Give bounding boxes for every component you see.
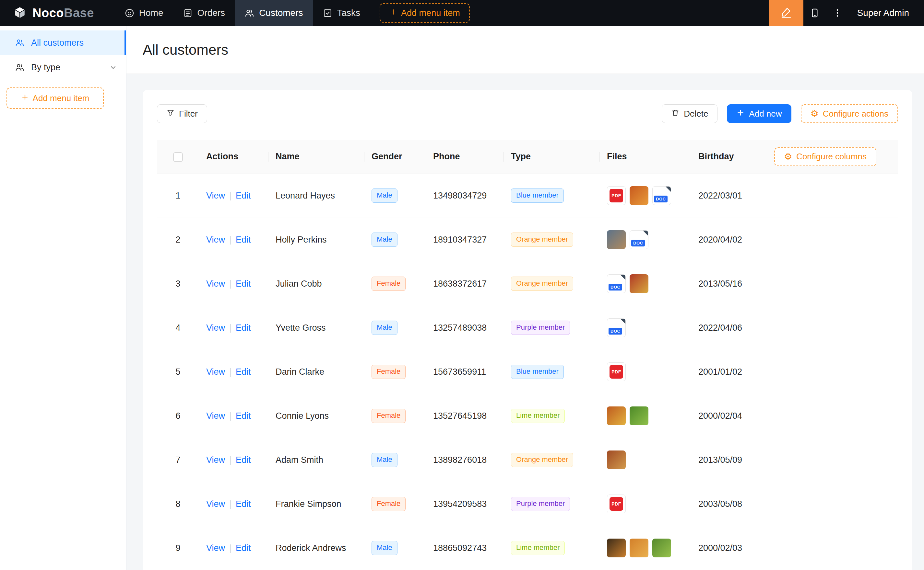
view-link[interactable]: View	[206, 279, 225, 288]
cell-name: Leonard Hayes	[268, 173, 364, 218]
image-thumbnail[interactable]	[607, 406, 626, 425]
cell-files	[600, 526, 691, 570]
gender-tag: Male	[372, 188, 397, 203]
cell-gender: Male	[364, 306, 426, 350]
column-header-type[interactable]: Type	[504, 140, 600, 173]
view-link[interactable]: View	[206, 323, 225, 332]
column-header-gender[interactable]: Gender	[364, 140, 426, 173]
configure-actions-button[interactable]: ⚙ Configure actions	[801, 104, 898, 123]
table-toolbar: Filter Delete	[157, 104, 898, 123]
image-thumbnail[interactable]	[607, 539, 626, 557]
image-thumbnail[interactable]	[630, 186, 649, 205]
column-header-actions[interactable]: Actions	[199, 140, 268, 173]
image-thumbnail[interactable]	[607, 230, 626, 249]
nav-item-home[interactable]: Home	[115, 0, 173, 26]
cell-trailing	[767, 218, 898, 262]
team-icon	[15, 38, 25, 48]
column-header-name[interactable]: Name	[268, 140, 364, 173]
column-header-birthday[interactable]: Birthday	[691, 140, 767, 173]
cell-gender: Female	[364, 350, 426, 394]
image-thumbnail[interactable]	[630, 406, 649, 425]
type-tag: Blue member	[511, 188, 564, 203]
configure-columns-button[interactable]: ⚙ Configure columns	[774, 147, 876, 166]
doc-file-icon[interactable]: DOC	[607, 318, 626, 337]
cell-birthday: 2001/01/02	[691, 350, 767, 394]
orders-icon	[183, 8, 193, 18]
filter-button[interactable]: Filter	[157, 104, 207, 123]
column-header-phone[interactable]: Phone	[426, 140, 504, 173]
top-navbar: NocoBase Home Orders	[0, 0, 924, 26]
sidebar: All customers By type Add menu item	[0, 26, 126, 570]
edit-link[interactable]: Edit	[236, 235, 251, 245]
edit-link[interactable]: Edit	[236, 543, 251, 553]
view-link[interactable]: View	[206, 499, 225, 509]
cell-files	[600, 394, 691, 438]
edit-link[interactable]: Edit	[236, 191, 251, 201]
image-thumbnail[interactable]	[607, 450, 626, 469]
nav-item-label: Home	[139, 8, 163, 18]
cell-phone: 18910347327	[426, 218, 504, 262]
table-row: 9 View|Edit Roderick Andrews Male 188650…	[157, 526, 898, 570]
edit-link[interactable]: Edit	[236, 279, 251, 288]
ui-editor-button[interactable]	[769, 0, 803, 26]
cell-type: Orange member	[504, 262, 600, 306]
add-new-button[interactable]: Add new	[727, 104, 791, 123]
view-link[interactable]: View	[206, 543, 225, 553]
cell-phone: 15673659911	[426, 350, 504, 394]
cell-phone: 13954209583	[426, 482, 504, 526]
cell-birthday: 2003/05/08	[691, 482, 767, 526]
cell-phone: 13527645198	[426, 394, 504, 438]
user-menu[interactable]: Super Admin	[857, 8, 909, 18]
image-thumbnail[interactable]	[630, 274, 649, 293]
nav-item-orders[interactable]: Orders	[173, 0, 235, 26]
doc-file-icon[interactable]: DOC	[630, 230, 649, 249]
gender-tag: Male	[372, 541, 397, 555]
sidebar-add-menu-item-button[interactable]: Add menu item	[6, 87, 104, 109]
view-link[interactable]: View	[206, 191, 225, 201]
edit-link[interactable]: Edit	[236, 455, 251, 465]
edit-link[interactable]: Edit	[236, 367, 251, 377]
view-link[interactable]: View	[206, 411, 225, 421]
mobile-preview-icon[interactable]	[803, 0, 826, 26]
doc-file-icon[interactable]: DOC	[607, 274, 626, 293]
cell-row-index: 8	[157, 482, 199, 526]
cell-name: Darin Clarke	[268, 350, 364, 394]
nav-item-customers[interactable]: Customers	[235, 0, 312, 26]
brand[interactable]: NocoBase	[12, 6, 94, 20]
image-thumbnail[interactable]	[652, 539, 671, 557]
pdf-file-icon[interactable]: PDF	[607, 186, 626, 205]
edit-link[interactable]: Edit	[236, 323, 251, 332]
cell-type: Purple member	[504, 482, 600, 526]
table-body: 1 View|Edit Leonard Hayes Male 134980347…	[157, 173, 898, 570]
column-header-files[interactable]: Files	[600, 140, 691, 173]
sidebar-item-by-type[interactable]: By type	[0, 55, 126, 80]
view-link[interactable]: View	[206, 235, 225, 245]
cell-actions: View|Edit	[199, 350, 268, 394]
cell-row-index: 4	[157, 306, 199, 350]
cell-birthday: 2000/02/04	[691, 394, 767, 438]
add-menu-item-button[interactable]: Add menu item	[380, 3, 470, 23]
view-link[interactable]: View	[206, 455, 225, 465]
content-area: Filter Delete	[126, 74, 924, 570]
table-row: 2 View|Edit Holly Perkins Male 189103473…	[157, 218, 898, 262]
app-root: NocoBase Home Orders	[0, 0, 924, 570]
sidebar-item-all-customers[interactable]: All customers	[0, 31, 126, 55]
select-all-checkbox[interactable]	[173, 152, 183, 162]
cell-name: Adam Smith	[268, 438, 364, 482]
cell-gender: Female	[364, 482, 426, 526]
image-thumbnail[interactable]	[630, 539, 649, 557]
delete-button[interactable]: Delete	[662, 104, 718, 123]
more-menu-icon[interactable]	[826, 0, 849, 26]
pdf-file-icon[interactable]: PDF	[607, 362, 626, 381]
edit-link[interactable]: Edit	[236, 499, 251, 509]
doc-file-icon[interactable]: DOC	[652, 186, 671, 205]
nav-item-tasks[interactable]: Tasks	[313, 0, 370, 26]
view-link[interactable]: View	[206, 367, 225, 377]
cell-birthday: 2000/02/03	[691, 526, 767, 570]
pdf-file-icon[interactable]: PDF	[607, 495, 626, 513]
edit-link[interactable]: Edit	[236, 411, 251, 421]
column-header-select	[157, 140, 199, 173]
cell-actions: View|Edit	[199, 482, 268, 526]
cell-type: Blue member	[504, 350, 600, 394]
cell-actions: View|Edit	[199, 526, 268, 570]
